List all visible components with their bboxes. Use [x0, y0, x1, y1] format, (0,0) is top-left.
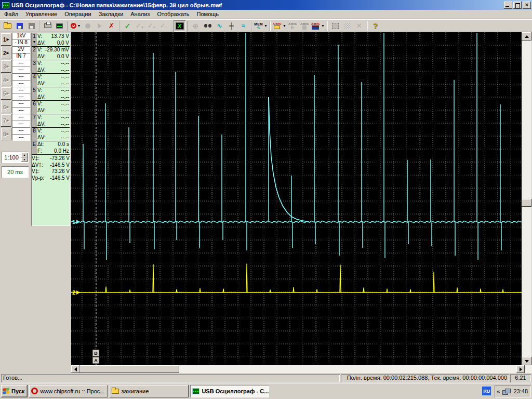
trace-ch1: [71, 33, 522, 260]
channel-6-button[interactable]: 6▶: [1, 101, 11, 113]
minimize-button[interactable]: [504, 2, 512, 9]
fill-pattern-button[interactable]: [341, 20, 353, 32]
scroll-right-button[interactable]: [516, 365, 525, 373]
channel-4-button[interactable]: 4▶: [1, 74, 11, 86]
start-acquisition-button[interactable]: ▼: [70, 20, 82, 32]
print-preview-button[interactable]: [54, 20, 65, 32]
menu-item-1[interactable]: Файл: [1, 10, 22, 18]
channel-2-button[interactable]: 2▶: [1, 47, 11, 59]
scroll-left-button[interactable]: [71, 365, 79, 373]
wave-dashed-icon: ≈: [239, 22, 248, 30]
abc-play-icon: A:B#C: [288, 22, 297, 30]
abc-stop-button[interactable]: A:B#C: [299, 20, 311, 32]
menu-item-4[interactable]: Закладки: [95, 10, 127, 18]
channel-6-range[interactable]: ---: [12, 100, 30, 107]
vertical-scroll-thumb[interactable]: [522, 199, 531, 207]
accept-icon: ✓: [123, 22, 132, 30]
save-fragment-button[interactable]: [25, 20, 37, 32]
wave-dashed-button[interactable]: ≈: [237, 20, 249, 32]
vertical-scrollbar[interactable]: [522, 32, 531, 365]
menu-item-6[interactable]: Отображать: [153, 10, 193, 18]
start-acquisition-dropdown[interactable]: ▼: [77, 24, 81, 28]
channel-6-delta-voltage: --.--: [61, 108, 69, 114]
probe-ratio-spinner[interactable]: 1:100 ▲ ▼: [2, 152, 29, 163]
channel-1-range[interactable]: 1kV: [12, 33, 30, 39]
channel-8-button[interactable]: 8▶: [1, 128, 11, 140]
channel-7-range[interactable]: ---: [12, 114, 30, 121]
taskbar-task-2[interactable]: зажигание: [110, 385, 189, 397]
folder-icon: [112, 389, 119, 394]
accept-next-button[interactable]: ✓: [157, 20, 169, 32]
horizontal-scroll-thumb[interactable]: [79, 365, 179, 373]
accept-button[interactable]: ✓: [122, 20, 134, 32]
accept-all-button[interactable]: ✓: [145, 20, 157, 32]
menu-item-7[interactable]: Помощь: [193, 10, 223, 18]
oscilloscope-display[interactable]: 12BA: [71, 32, 522, 365]
restore-button[interactable]: [513, 2, 522, 9]
horizontal-scrollbar[interactable]: [71, 365, 532, 373]
search-button[interactable]: [202, 20, 214, 32]
channel-4-input[interactable]: ---: [12, 80, 30, 87]
stop-acquisition-button[interactable]: [82, 20, 94, 32]
level-cursors-button[interactable]: ╪: [225, 20, 237, 32]
abc-panel-button[interactable]: A:B#C▼: [311, 20, 325, 32]
ch1-marker[interactable]: 1: [72, 219, 75, 225]
zoom-globe-button[interactable]: ⊕: [190, 20, 202, 32]
cursor-measurement-2: ΔV‡:-146.5 V: [32, 162, 70, 169]
channel-7-input[interactable]: ---: [12, 121, 30, 127]
channel-4-range[interactable]: ---: [12, 73, 30, 80]
taskbar-task-3[interactable]: USB Осциллограф - C...: [190, 385, 269, 397]
channel-3-input[interactable]: ---: [12, 66, 30, 73]
menu-item-5[interactable]: Анализ: [127, 10, 153, 18]
scroll-down-button[interactable]: [522, 357, 531, 365]
close-button[interactable]: [523, 2, 531, 9]
abc-panel-dropdown[interactable]: ▼: [321, 24, 325, 28]
abc-open-dropdown[interactable]: ▼: [283, 24, 286, 28]
taskbar-task-1[interactable]: www.chipsoft.ru :: Прос...: [29, 385, 108, 397]
ratio-up-button[interactable]: ▲: [21, 153, 28, 157]
start-button[interactable]: Пуск: [1, 385, 28, 397]
channel-1-input[interactable]: - IN 8: [12, 39, 30, 46]
abc-open-button[interactable]: A:B#C▼: [272, 20, 287, 32]
channel-1-voltage: 13.73 V: [51, 33, 69, 40]
channel-5-input[interactable]: ---: [12, 94, 30, 100]
menu-item-3[interactable]: Операции: [61, 10, 95, 18]
network-icon[interactable]: [502, 388, 511, 394]
channel-3-range[interactable]: ---: [12, 60, 30, 66]
memory-dropdown[interactable]: ▼: [264, 24, 268, 28]
channel-8-input[interactable]: ---: [12, 134, 30, 141]
save-file-button[interactable]: [14, 20, 25, 32]
display-mode-button[interactable]: X: [174, 20, 185, 32]
channel-2-input[interactable]: IN 7: [12, 53, 30, 60]
select-region-button[interactable]: [329, 20, 341, 32]
wave-measure-button[interactable]: ∿: [214, 20, 225, 32]
memory-button[interactable]: MEM∿▼: [254, 20, 268, 32]
channel-1-button[interactable]: 1▶: [1, 33, 11, 46]
accept-prev-button[interactable]: ✓: [134, 20, 145, 32]
select-region-icon: [332, 23, 339, 29]
clear-button[interactable]: ✗: [105, 20, 117, 32]
abc-play-button[interactable]: A:B#C: [287, 20, 299, 32]
channel-3-button[interactable]: 3▶: [1, 60, 11, 73]
open-file-button[interactable]: [2, 20, 14, 32]
channel-5-button[interactable]: 5▶: [1, 87, 11, 100]
single-capture-button[interactable]: [94, 20, 105, 32]
ch2-marker[interactable]: 2: [72, 289, 75, 296]
tray-chevron[interactable]: «: [497, 388, 500, 394]
delete-region-button[interactable]: ✕: [353, 20, 365, 32]
measurement-channel-number: 5: [32, 87, 37, 100]
channel-6-input[interactable]: ---: [12, 107, 30, 114]
menu-bar: ФайлУправлениеОперацииЗакладкиАнализОтоб…: [0, 10, 532, 19]
scroll-up-button[interactable]: [522, 32, 531, 41]
ratio-down-button[interactable]: ▼: [21, 157, 28, 162]
channel-7-button[interactable]: 7▶: [1, 114, 11, 127]
accept-all-icon: ✓: [147, 22, 156, 30]
channel-2-range[interactable]: 2V: [12, 46, 30, 53]
time-per-div[interactable]: 20 ms: [2, 166, 29, 178]
channel-8-range[interactable]: ---: [12, 127, 30, 134]
channel-5-range[interactable]: ---: [12, 87, 30, 94]
menu-item-2[interactable]: Управление: [22, 10, 61, 18]
print-button[interactable]: [42, 20, 54, 32]
language-indicator[interactable]: RU: [482, 387, 491, 395]
help-button[interactable]: ?: [369, 20, 381, 32]
